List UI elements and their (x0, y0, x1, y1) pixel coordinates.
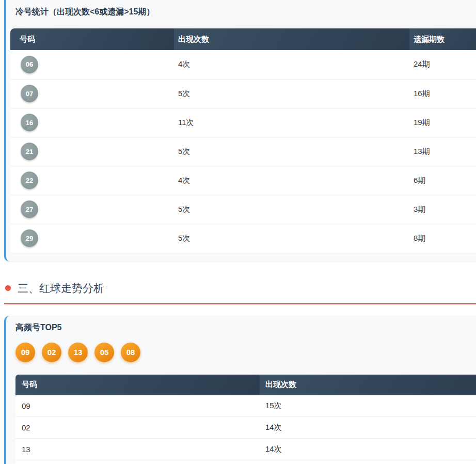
count-cell: 14次 (260, 417, 476, 439)
count-cell: 4次 (174, 166, 409, 195)
number-cell: 09 (15, 395, 260, 417)
count-cell: 5次 (174, 195, 409, 224)
orange-ball-badge: 09 (15, 343, 35, 362)
table-row: 16 11次 19期 (10, 108, 476, 137)
table-row: 06 4次 24期 (10, 50, 476, 79)
gray-ball-badge: 06 (21, 56, 38, 73)
top5-badge-row: 09 02 13 05 08 (15, 343, 476, 362)
gray-ball-badge: 07 (21, 85, 38, 102)
orange-ball-badge: 08 (121, 343, 140, 362)
count-cell: 14次 (260, 439, 476, 460)
orange-ball-badge: 02 (42, 343, 61, 362)
table-row: 29 5次 8期 (10, 224, 476, 253)
count-cell: 11次 (174, 108, 409, 137)
gray-ball-badge: 22 (21, 172, 38, 189)
page: 冷号统计（出现次数<6或遗漏>15期） 号码 出现次数 遗漏期数 06 4次 2… (0, 0, 476, 464)
table-row: 07 5次 16期 (10, 79, 476, 108)
orange-ball-badge: 05 (94, 343, 114, 362)
count-cell: 15次 (260, 395, 476, 417)
table-row: 09 15次 (15, 395, 476, 417)
gray-ball-badge: 27 (21, 200, 38, 218)
table-row: 13 14次 (15, 439, 476, 460)
hot-col-number: 号码 (15, 375, 260, 395)
count-cell: 5次 (174, 224, 409, 253)
table-row: 21 5次 13期 (10, 137, 476, 166)
gray-ball-badge: 21 (21, 143, 38, 160)
gray-ball-badge: 16 (21, 114, 38, 131)
table-row-cutoff (15, 460, 476, 464)
table-row: 22 4次 6期 (10, 166, 476, 195)
cold-table-header-row: 号码 出现次数 遗漏期数 (10, 28, 476, 50)
number-cell: 02 (15, 417, 260, 439)
hot-numbers-card: 高频号TOP5 09 02 13 05 08 号码 出现次数 09 15次 (4, 316, 476, 464)
missing-cell: 13期 (409, 137, 476, 166)
orange-ball-badge: 13 (68, 343, 88, 362)
missing-cell: 6期 (409, 166, 476, 195)
missing-cell: 8期 (409, 224, 476, 253)
cold-col-missing: 遗漏期数 (409, 28, 476, 50)
number-cell: 13 (15, 439, 260, 460)
gray-ball-badge: 29 (21, 229, 38, 247)
missing-cell: 24期 (409, 50, 476, 79)
cold-stats-table: 号码 出现次数 遗漏期数 06 4次 24期 07 5次 16期 16 (10, 28, 476, 253)
cold-col-number: 号码 (10, 28, 174, 50)
table-row: 02 14次 (15, 417, 476, 439)
table-row: 27 5次 3期 (10, 195, 476, 224)
cold-stats-card: 冷号统计（出现次数<6或遗漏>15期） 号码 出现次数 遗漏期数 06 4次 2… (4, 0, 476, 261)
hot-numbers-title: 高频号TOP5 (15, 322, 476, 333)
cold-stats-title: 冷号统计（出现次数<6或遗漏>15期） (15, 6, 476, 18)
missing-cell: 19期 (409, 108, 476, 137)
count-cell: 4次 (174, 50, 409, 79)
hot-numbers-table: 号码 出现次数 09 15次 02 14次 13 14次 (15, 375, 476, 464)
count-cell: 5次 (174, 79, 409, 108)
hot-table-header-row: 号码 出现次数 (15, 375, 476, 395)
section-heading: 三、红球走势分析 (4, 261, 476, 304)
missing-cell: 3期 (409, 195, 476, 224)
missing-cell: 16期 (409, 79, 476, 108)
red-bullet-icon (5, 285, 11, 291)
cold-col-count: 出现次数 (174, 28, 409, 50)
hot-col-count: 出现次数 (260, 375, 476, 395)
count-cell: 5次 (174, 137, 409, 166)
section-heading-text: 三、红球走势分析 (18, 281, 104, 296)
